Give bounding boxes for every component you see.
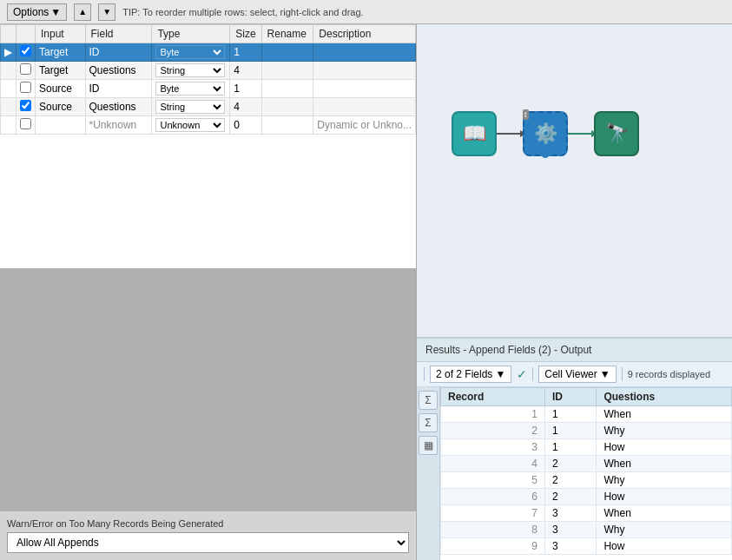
- row-rename: [261, 116, 313, 135]
- results-row: 21Why: [441, 423, 732, 439]
- cell-viewer-button[interactable]: Cell Viewer ▼: [538, 366, 616, 383]
- table-row[interactable]: *UnknownUnknown0Dynamic or Unkno...: [1, 116, 416, 135]
- toolbar-sep-1: [532, 367, 533, 381]
- options-button[interactable]: Options ▼: [7, 3, 67, 21]
- table-row[interactable]: TargetQuestionsString4: [1, 62, 416, 80]
- result-record: 1: [441, 406, 545, 423]
- result-questions: When: [597, 406, 732, 423]
- row-type-cell: Unknown: [152, 116, 230, 135]
- table-row[interactable]: ▶TargetIDByte1: [1, 43, 416, 62]
- result-questions: Why: [597, 423, 732, 439]
- table-row[interactable]: SourceQuestionsString4: [1, 98, 416, 116]
- warn-text: Warn/Error on Too Many Records Being Gen…: [7, 518, 409, 529]
- result-id: 1: [544, 423, 597, 439]
- result-record: 8: [441, 522, 545, 538]
- result-id: 2: [544, 472, 597, 489]
- side-icons: Σ Σ ▦: [417, 387, 440, 560]
- connector-2: [568, 133, 594, 135]
- results-header-row: Record ID Questions: [441, 388, 732, 406]
- row-type-cell: Byte: [152, 80, 230, 98]
- results-row: 31How: [441, 439, 732, 456]
- row-description: [313, 43, 416, 62]
- gear-node-dot: [542, 151, 549, 158]
- allow-appends-select[interactable]: Allow All Appends: [7, 532, 409, 553]
- toolbar-sep-0: [424, 367, 425, 381]
- row-checkbox[interactable]: [20, 118, 31, 129]
- workflow-diagram: 📖 t ⚙️ 🔭: [452, 111, 639, 156]
- row-size: 1: [230, 43, 261, 62]
- result-record: 2: [441, 423, 545, 439]
- row-input: Source: [36, 98, 86, 116]
- book-node[interactable]: 📖: [452, 111, 497, 156]
- sigma-icon-2[interactable]: Σ: [419, 413, 438, 432]
- row-checkbox[interactable]: [20, 100, 31, 111]
- row-field: ID: [85, 80, 152, 98]
- options-chevron-icon: ▼: [50, 6, 61, 18]
- row-rename: [261, 62, 313, 80]
- result-id: 1: [544, 439, 597, 456]
- connector-1: [497, 133, 523, 135]
- row-type-select[interactable]: Unknown: [155, 118, 225, 132]
- row-size: 1: [230, 80, 261, 98]
- binoculars-node[interactable]: 🔭: [594, 111, 639, 156]
- col-arrow: [1, 25, 16, 43]
- results-row: 62How: [441, 489, 732, 505]
- result-record: 5: [441, 472, 545, 489]
- result-record: 9: [441, 538, 545, 555]
- row-input: Source: [36, 80, 86, 98]
- results-table-area: Record ID Questions 11When21Why31How42Wh…: [440, 387, 732, 560]
- check-icon: ✓: [517, 367, 527, 381]
- fields-button[interactable]: 2 of 2 Fields ▼: [430, 366, 511, 383]
- row-checkbox-cell: [16, 116, 36, 135]
- results-row: 83Why: [441, 522, 732, 538]
- result-id: 3: [544, 522, 597, 538]
- result-record: 6: [441, 489, 545, 505]
- move-up-button[interactable]: ▲: [74, 3, 91, 21]
- results-panel: Results - Append Fields (2) - Output 2 o…: [417, 337, 732, 560]
- row-checkbox-cell: [16, 80, 36, 98]
- viewer-chevron-icon: ▼: [600, 368, 610, 380]
- empty-table-area: [0, 268, 416, 512]
- row-type-select[interactable]: Byte: [155, 45, 225, 59]
- row-field: Questions: [85, 98, 152, 116]
- main-toolbar: Options ▼ ▲ ▼ TIP: To reorder multiple r…: [0, 0, 732, 24]
- viewer-label: Cell Viewer: [544, 368, 597, 380]
- row-type-select[interactable]: Byte: [155, 82, 225, 96]
- fields-chevron-icon: ▼: [495, 368, 505, 380]
- result-id: 2: [544, 456, 597, 472]
- col-record: Record: [441, 388, 545, 406]
- col-input: Input: [36, 25, 86, 43]
- row-type-cell: String: [152, 62, 230, 80]
- row-checkbox[interactable]: [20, 45, 31, 56]
- result-questions: When: [597, 505, 732, 522]
- row-checkbox[interactable]: [20, 63, 31, 75]
- table-row[interactable]: SourceIDByte1: [1, 80, 416, 98]
- col-size: Size: [230, 25, 261, 43]
- options-label: Options: [13, 6, 49, 18]
- left-panel: Input Field Type Size Rename Description…: [0, 24, 417, 560]
- result-id: 3: [544, 505, 597, 522]
- row-description: [313, 62, 416, 80]
- result-record: 7: [441, 505, 545, 522]
- row-input: Target: [36, 62, 86, 80]
- gear-node[interactable]: t ⚙️: [523, 111, 568, 156]
- row-type-select[interactable]: String: [155, 100, 225, 114]
- row-field: Questions: [85, 62, 152, 80]
- results-header: Results - Append Fields (2) - Output: [417, 339, 732, 362]
- result-questions: How: [597, 538, 732, 555]
- results-row: 73When: [441, 505, 732, 522]
- move-down-button[interactable]: ▼: [98, 3, 115, 21]
- row-type-cell: Byte: [152, 43, 230, 62]
- table-icon[interactable]: ▦: [419, 436, 438, 455]
- results-row: 11When: [441, 406, 732, 423]
- result-id: 2: [544, 489, 597, 505]
- toolbar-sep-2: [622, 367, 623, 381]
- col-type: Type: [152, 25, 230, 43]
- row-arrow: [1, 62, 16, 80]
- row-checkbox[interactable]: [20, 82, 31, 93]
- row-type-select[interactable]: String: [155, 63, 225, 77]
- row-checkbox-cell: [16, 62, 36, 80]
- sigma-icon-1[interactable]: Σ: [419, 391, 438, 410]
- results-toolbar: 2 of 2 Fields ▼ ✓ Cell Viewer ▼ 9 record…: [417, 362, 732, 387]
- row-type-cell: String: [152, 98, 230, 116]
